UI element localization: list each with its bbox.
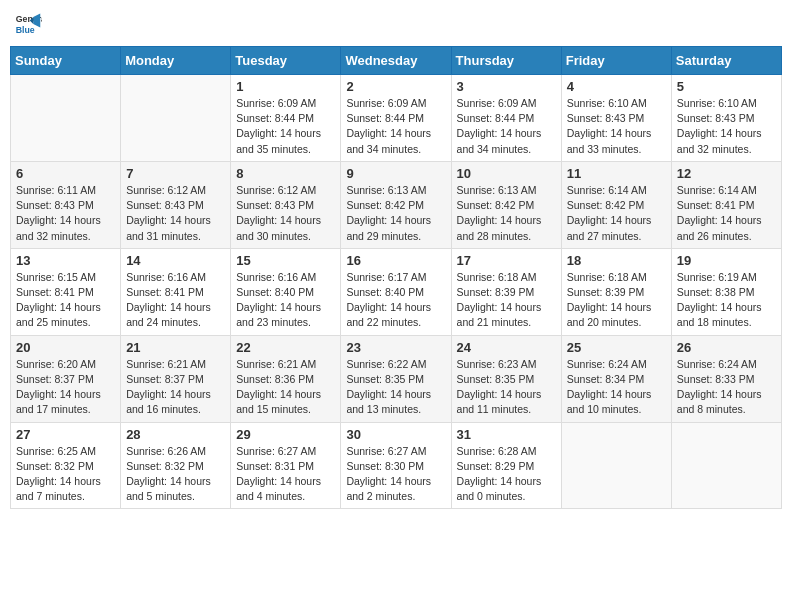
- sunrise-text: Sunrise: 6:27 AM: [346, 444, 445, 459]
- calendar-cell: 27Sunrise: 6:25 AMSunset: 8:32 PMDayligh…: [11, 422, 121, 509]
- calendar-cell: 12Sunrise: 6:14 AMSunset: 8:41 PMDayligh…: [671, 161, 781, 248]
- daylight-text: Daylight: 14 hours and 18 minutes.: [677, 300, 776, 330]
- calendar-cell: 26Sunrise: 6:24 AMSunset: 8:33 PMDayligh…: [671, 335, 781, 422]
- day-number: 1: [236, 79, 335, 94]
- daylight-text: Daylight: 14 hours and 4 minutes.: [236, 474, 335, 504]
- sunset-text: Sunset: 8:43 PM: [16, 198, 115, 213]
- day-number: 19: [677, 253, 776, 268]
- sunrise-text: Sunrise: 6:19 AM: [677, 270, 776, 285]
- cell-content: Sunrise: 6:19 AMSunset: 8:38 PMDaylight:…: [677, 270, 776, 331]
- sunrise-text: Sunrise: 6:16 AM: [126, 270, 225, 285]
- sunset-text: Sunset: 8:43 PM: [126, 198, 225, 213]
- day-number: 18: [567, 253, 666, 268]
- logo: General Blue: [14, 10, 44, 38]
- sunset-text: Sunset: 8:44 PM: [236, 111, 335, 126]
- daylight-text: Daylight: 14 hours and 26 minutes.: [677, 213, 776, 243]
- daylight-text: Daylight: 14 hours and 23 minutes.: [236, 300, 335, 330]
- daylight-text: Daylight: 14 hours and 0 minutes.: [457, 474, 556, 504]
- sunrise-text: Sunrise: 6:24 AM: [567, 357, 666, 372]
- cell-content: Sunrise: 6:12 AMSunset: 8:43 PMDaylight:…: [126, 183, 225, 244]
- sunrise-text: Sunrise: 6:12 AM: [126, 183, 225, 198]
- calendar-cell: 10Sunrise: 6:13 AMSunset: 8:42 PMDayligh…: [451, 161, 561, 248]
- cell-content: Sunrise: 6:16 AMSunset: 8:40 PMDaylight:…: [236, 270, 335, 331]
- cell-content: Sunrise: 6:09 AMSunset: 8:44 PMDaylight:…: [236, 96, 335, 157]
- cell-content: Sunrise: 6:15 AMSunset: 8:41 PMDaylight:…: [16, 270, 115, 331]
- cell-content: Sunrise: 6:13 AMSunset: 8:42 PMDaylight:…: [346, 183, 445, 244]
- day-number: 29: [236, 427, 335, 442]
- sunset-text: Sunset: 8:44 PM: [457, 111, 556, 126]
- calendar-cell: 20Sunrise: 6:20 AMSunset: 8:37 PMDayligh…: [11, 335, 121, 422]
- day-number: 21: [126, 340, 225, 355]
- sunset-text: Sunset: 8:42 PM: [346, 198, 445, 213]
- sunrise-text: Sunrise: 6:28 AM: [457, 444, 556, 459]
- sunset-text: Sunset: 8:40 PM: [236, 285, 335, 300]
- calendar-cell: 23Sunrise: 6:22 AMSunset: 8:35 PMDayligh…: [341, 335, 451, 422]
- day-number: 23: [346, 340, 445, 355]
- sunrise-text: Sunrise: 6:18 AM: [457, 270, 556, 285]
- sunset-text: Sunset: 8:35 PM: [457, 372, 556, 387]
- daylight-text: Daylight: 14 hours and 7 minutes.: [16, 474, 115, 504]
- sunset-text: Sunset: 8:31 PM: [236, 459, 335, 474]
- col-header-friday: Friday: [561, 47, 671, 75]
- cell-content: Sunrise: 6:21 AMSunset: 8:37 PMDaylight:…: [126, 357, 225, 418]
- cell-content: Sunrise: 6:16 AMSunset: 8:41 PMDaylight:…: [126, 270, 225, 331]
- calendar-week-row: 6Sunrise: 6:11 AMSunset: 8:43 PMDaylight…: [11, 161, 782, 248]
- sunrise-text: Sunrise: 6:10 AM: [677, 96, 776, 111]
- calendar-cell: 24Sunrise: 6:23 AMSunset: 8:35 PMDayligh…: [451, 335, 561, 422]
- sunset-text: Sunset: 8:32 PM: [126, 459, 225, 474]
- daylight-text: Daylight: 14 hours and 13 minutes.: [346, 387, 445, 417]
- sunrise-text: Sunrise: 6:12 AM: [236, 183, 335, 198]
- sunrise-text: Sunrise: 6:27 AM: [236, 444, 335, 459]
- calendar-cell: 19Sunrise: 6:19 AMSunset: 8:38 PMDayligh…: [671, 248, 781, 335]
- cell-content: Sunrise: 6:12 AMSunset: 8:43 PMDaylight:…: [236, 183, 335, 244]
- daylight-text: Daylight: 14 hours and 30 minutes.: [236, 213, 335, 243]
- day-number: 14: [126, 253, 225, 268]
- day-number: 16: [346, 253, 445, 268]
- calendar-cell: 1Sunrise: 6:09 AMSunset: 8:44 PMDaylight…: [231, 75, 341, 162]
- calendar-cell: 6Sunrise: 6:11 AMSunset: 8:43 PMDaylight…: [11, 161, 121, 248]
- day-number: 12: [677, 166, 776, 181]
- day-number: 13: [16, 253, 115, 268]
- page-header: General Blue: [10, 10, 782, 38]
- cell-content: Sunrise: 6:14 AMSunset: 8:41 PMDaylight:…: [677, 183, 776, 244]
- calendar-cell: 8Sunrise: 6:12 AMSunset: 8:43 PMDaylight…: [231, 161, 341, 248]
- calendar-header-row: SundayMondayTuesdayWednesdayThursdayFrid…: [11, 47, 782, 75]
- sunrise-text: Sunrise: 6:24 AM: [677, 357, 776, 372]
- daylight-text: Daylight: 14 hours and 29 minutes.: [346, 213, 445, 243]
- day-number: 11: [567, 166, 666, 181]
- day-number: 20: [16, 340, 115, 355]
- sunset-text: Sunset: 8:30 PM: [346, 459, 445, 474]
- sunset-text: Sunset: 8:43 PM: [236, 198, 335, 213]
- calendar-cell: 15Sunrise: 6:16 AMSunset: 8:40 PMDayligh…: [231, 248, 341, 335]
- day-number: 8: [236, 166, 335, 181]
- sunset-text: Sunset: 8:38 PM: [677, 285, 776, 300]
- day-number: 31: [457, 427, 556, 442]
- daylight-text: Daylight: 14 hours and 24 minutes.: [126, 300, 225, 330]
- cell-content: Sunrise: 6:14 AMSunset: 8:42 PMDaylight:…: [567, 183, 666, 244]
- calendar-cell: 22Sunrise: 6:21 AMSunset: 8:36 PMDayligh…: [231, 335, 341, 422]
- day-number: 17: [457, 253, 556, 268]
- sunset-text: Sunset: 8:42 PM: [567, 198, 666, 213]
- day-number: 24: [457, 340, 556, 355]
- calendar-cell: 31Sunrise: 6:28 AMSunset: 8:29 PMDayligh…: [451, 422, 561, 509]
- cell-content: Sunrise: 6:09 AMSunset: 8:44 PMDaylight:…: [457, 96, 556, 157]
- sunrise-text: Sunrise: 6:15 AM: [16, 270, 115, 285]
- day-number: 3: [457, 79, 556, 94]
- daylight-text: Daylight: 14 hours and 32 minutes.: [677, 126, 776, 156]
- calendar-cell: 3Sunrise: 6:09 AMSunset: 8:44 PMDaylight…: [451, 75, 561, 162]
- day-number: 5: [677, 79, 776, 94]
- day-number: 22: [236, 340, 335, 355]
- daylight-text: Daylight: 14 hours and 28 minutes.: [457, 213, 556, 243]
- cell-content: Sunrise: 6:24 AMSunset: 8:34 PMDaylight:…: [567, 357, 666, 418]
- sunrise-text: Sunrise: 6:09 AM: [457, 96, 556, 111]
- daylight-text: Daylight: 14 hours and 34 minutes.: [457, 126, 556, 156]
- calendar-cell: 13Sunrise: 6:15 AMSunset: 8:41 PMDayligh…: [11, 248, 121, 335]
- sunset-text: Sunset: 8:34 PM: [567, 372, 666, 387]
- cell-content: Sunrise: 6:10 AMSunset: 8:43 PMDaylight:…: [567, 96, 666, 157]
- day-number: 7: [126, 166, 225, 181]
- sunset-text: Sunset: 8:41 PM: [16, 285, 115, 300]
- day-number: 28: [126, 427, 225, 442]
- daylight-text: Daylight: 14 hours and 15 minutes.: [236, 387, 335, 417]
- calendar-cell: [561, 422, 671, 509]
- calendar-cell: [671, 422, 781, 509]
